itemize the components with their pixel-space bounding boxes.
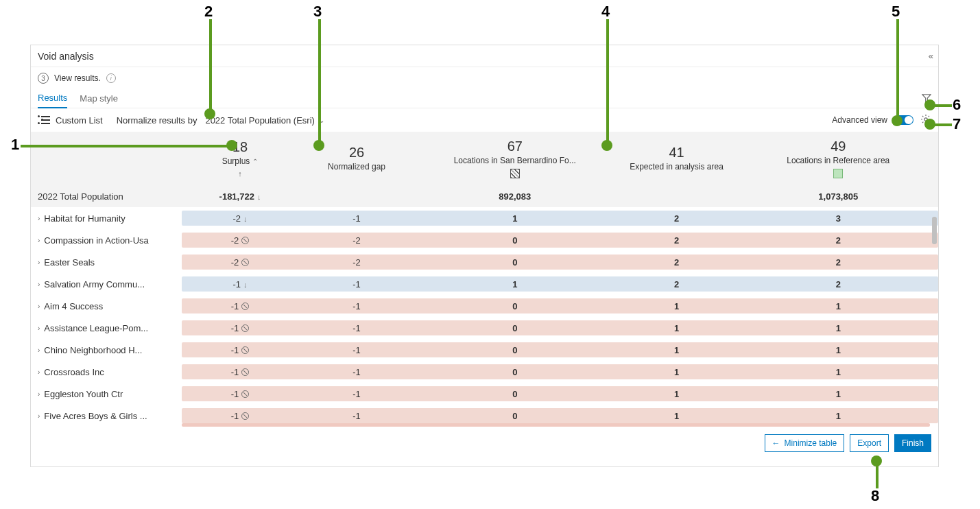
- null-icon: [241, 346, 249, 354]
- callout-2: 2: [204, 3, 213, 21]
- table-row[interactable]: ›Compassion in Action-Usa-2-2022: [31, 229, 938, 251]
- row-label: ›Easter Seals: [31, 257, 182, 268]
- info-icon[interactable]: i: [106, 73, 116, 83]
- cell-locsan: 0: [415, 367, 615, 377]
- collapse-panel-icon[interactable]: «: [929, 51, 931, 61]
- custom-list-button[interactable]: Custom List: [38, 115, 103, 126]
- chevron-right-icon[interactable]: ›: [38, 324, 40, 332]
- row-label: ›Eggleston Youth Ctr: [31, 389, 182, 399]
- chevron-right-icon[interactable]: ›: [38, 368, 40, 376]
- chevron-right-icon[interactable]: ›: [38, 281, 40, 288]
- row-label: ›Aim 4 Success: [31, 301, 182, 311]
- row-label: ›Habitat for Humanity: [31, 213, 182, 224]
- tab-map-style[interactable]: Map style: [80, 93, 118, 108]
- cell-locref: 1: [739, 301, 939, 311]
- cell-locref: 2: [739, 279, 939, 289]
- totals-locref: 1,073,805: [739, 191, 939, 202]
- cell-normgap: -1: [298, 411, 415, 421]
- callout-line-3: [318, 19, 321, 143]
- chevron-right-icon[interactable]: ›: [38, 215, 40, 222]
- toolbar: Custom List Normalize results by 2022 To…: [31, 108, 938, 132]
- col-normalized-gap[interactable]: 26 Normalized gap: [298, 132, 415, 185]
- row-label: ›Five Acres Boys & Girls ...: [31, 411, 182, 421]
- table-row[interactable]: ›Assistance League-Pom...-1-1011: [31, 317, 938, 339]
- callout-5: 5: [892, 3, 900, 21]
- vertical-scrollbar[interactable]: [932, 217, 937, 244]
- callout-line-4: [606, 19, 609, 143]
- callout-dot-2: [204, 108, 215, 119]
- col-surplus[interactable]: 18 Surplus⌃ ↑: [182, 132, 298, 185]
- cell-normgap: -1: [298, 367, 415, 377]
- col-locations-reference[interactable]: 49 Locations in Reference area: [739, 132, 939, 185]
- locref-count: 49: [830, 139, 846, 154]
- cell-locref: 1: [739, 411, 939, 421]
- cell-expected: 2: [615, 235, 739, 246]
- row-label: ›Assistance League-Pom...: [31, 323, 182, 333]
- col-expected[interactable]: 41 Expected in analysis area: [615, 132, 739, 185]
- callout-dot-6: [924, 99, 935, 110]
- cell-expected: 2: [615, 279, 739, 289]
- cell-normgap: -1: [298, 389, 415, 399]
- horizontal-scrollbar[interactable]: [182, 423, 930, 427]
- cell-surplus: -2: [182, 257, 298, 268]
- null-icon: [241, 303, 249, 310]
- cell-locsan: 0: [415, 411, 615, 421]
- list-icon: [38, 115, 50, 125]
- callout-dot-5: [892, 115, 903, 126]
- cell-locref: 2: [739, 257, 939, 268]
- panel-title: Void analysis: [38, 51, 94, 62]
- cell-expected: 1: [615, 323, 739, 333]
- cell-locsan: 1: [415, 213, 615, 224]
- table-row[interactable]: ›Crossroads Inc-1-1011: [31, 361, 938, 383]
- chevron-right-icon[interactable]: ›: [38, 412, 40, 420]
- table-row[interactable]: ›Chino Neighborhood H...-1-1011: [31, 339, 938, 361]
- normalize-select[interactable]: 2022 Total Population (Esri) ⌄: [205, 115, 324, 126]
- normalize-label: Normalize results by: [117, 115, 198, 126]
- export-button[interactable]: Export: [850, 434, 889, 452]
- tab-results[interactable]: Results: [38, 93, 67, 108]
- sort-asc-icon: ⌃: [252, 158, 258, 165]
- cell-locsan: 0: [415, 323, 615, 333]
- finish-button[interactable]: Finish: [894, 434, 931, 452]
- chevron-right-icon[interactable]: ›: [38, 346, 40, 354]
- arrow-down-icon: ↓: [243, 215, 248, 223]
- cell-expected: 1: [615, 301, 739, 311]
- callout-dot-3: [313, 140, 324, 151]
- arrow-left-icon: ←: [772, 438, 780, 448]
- callout-line-7: [933, 123, 952, 126]
- col-locations-san-bernardino[interactable]: 67 Locations in San Bernardino Fo...: [415, 132, 615, 185]
- chevron-right-icon[interactable]: ›: [38, 390, 40, 398]
- cell-surplus: -2: [182, 235, 298, 246]
- locsan-count: 67: [507, 139, 523, 154]
- callout-6: 6: [953, 96, 961, 114]
- cell-surplus: -1: [182, 345, 298, 355]
- cell-expected: 1: [615, 411, 739, 421]
- table-row[interactable]: ›Salvation Army Commu...-1↓-1122: [31, 273, 938, 295]
- table-header: 18 Surplus⌃ ↑ 26 Normalized gap 67 Locat…: [31, 132, 938, 185]
- table-row[interactable]: ›Aim 4 Success-1-1011: [31, 295, 938, 317]
- cell-locsan: 0: [415, 389, 615, 399]
- table-row[interactable]: ›Easter Seals-2-2022: [31, 251, 938, 273]
- null-icon: [241, 324, 249, 332]
- cell-locref: 2: [739, 235, 939, 246]
- callout-7: 7: [953, 115, 961, 133]
- row-bar: -1-1011: [182, 320, 938, 335]
- step-number-badge: 3: [38, 73, 49, 84]
- table-row[interactable]: ›Eggleston Youth Ctr-1-1011: [31, 383, 938, 405]
- green-swatch-icon: [833, 169, 843, 178]
- null-icon: [241, 259, 249, 266]
- chevron-right-icon[interactable]: ›: [38, 259, 40, 266]
- chevron-right-icon[interactable]: ›: [38, 237, 40, 244]
- cell-locsan: 0: [415, 235, 615, 246]
- arrow-up-icon: ↑: [238, 169, 242, 178]
- row-label: ›Crossroads Inc: [31, 367, 182, 377]
- expected-count: 41: [669, 145, 684, 161]
- cell-normgap: -1: [298, 213, 415, 224]
- table-row[interactable]: ›Habitat for Humanity-2↓-1123: [31, 207, 938, 229]
- custom-list-label: Custom List: [56, 115, 103, 126]
- chevron-right-icon[interactable]: ›: [38, 303, 40, 310]
- tabs-row: Results Map style: [31, 89, 938, 108]
- callout-line-5: [896, 19, 899, 118]
- row-bar: -1-1011: [182, 408, 938, 423]
- minimize-table-button[interactable]: ← Minimize table: [765, 434, 845, 452]
